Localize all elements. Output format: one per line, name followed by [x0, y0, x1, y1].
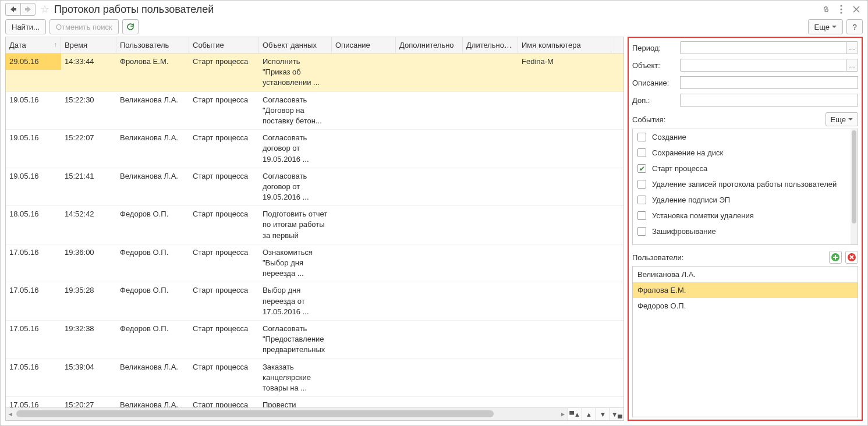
close-icon[interactable]: [850, 3, 863, 16]
event-checkbox-row[interactable]: Сохранение на диск: [633, 145, 858, 161]
grid-body[interactable]: 29.05.1614:33:44Фролова Е.М.Старт процес…: [6, 54, 623, 407]
table-row[interactable]: 18.05.1614:52:42Федоров О.П.Старт процес…: [6, 206, 623, 244]
event-checkbox-row[interactable]: Удаление подписи ЭП: [633, 192, 858, 208]
nav-back-button[interactable]: [5, 3, 20, 16]
favorite-star-icon[interactable]: ☆: [38, 3, 52, 16]
col-host[interactable]: Имя компьютера: [518, 37, 611, 53]
user-list-item[interactable]: Фролова Е.М.: [633, 282, 858, 298]
period-input[interactable]: [680, 41, 846, 54]
grid-last-button[interactable]: ▼▄: [610, 408, 623, 420]
cell: [518, 359, 611, 365]
cell: [463, 282, 518, 288]
refresh-button[interactable]: [122, 19, 139, 34]
grid-first-button[interactable]: ▀▲: [568, 408, 582, 420]
user-list-item[interactable]: Великанова Л.А.: [633, 267, 858, 282]
checkbox-icon[interactable]: [637, 133, 646, 141]
period-picker-button[interactable]: …: [846, 41, 858, 54]
user-list-item[interactable]: Федоров О.П.: [633, 298, 858, 314]
extra-label: Доп.:: [632, 96, 676, 105]
event-label: Удаление подписи ЭП: [652, 196, 730, 204]
table-row[interactable]: 17.05.1615:39:04Великанова Л.А.Старт про…: [6, 359, 623, 397]
help-label: ?: [852, 23, 856, 31]
nav-forward-button[interactable]: [20, 3, 36, 16]
col-date[interactable]: Дата↑: [6, 37, 61, 53]
kebab-menu-icon[interactable]: [835, 3, 848, 16]
grid-header: Дата↑ Время Пользователь Событие Объект …: [6, 37, 623, 54]
find-button[interactable]: Найти...: [5, 19, 46, 34]
cell: [332, 130, 396, 136]
event-checkbox-row[interactable]: Зашифровывание: [633, 223, 858, 239]
events-more-button[interactable]: Еще: [826, 112, 858, 126]
checkbox-icon[interactable]: ✔: [637, 164, 646, 173]
refresh-icon: [126, 23, 134, 31]
cancel-search-button[interactable]: Отменить поиск: [49, 19, 119, 34]
event-checkbox-row[interactable]: Создание: [633, 129, 858, 145]
cell: 19.05.16: [6, 92, 61, 108]
cell: [396, 282, 463, 288]
col-time[interactable]: Время: [61, 37, 116, 53]
checkbox-icon[interactable]: [637, 180, 646, 189]
cell: [396, 130, 463, 136]
cell: [518, 130, 611, 136]
event-checkbox-row[interactable]: Удаление записей протокола работы пользо…: [633, 176, 858, 192]
event-checkbox-row[interactable]: Установка пометки удаления: [633, 208, 858, 223]
col-duration[interactable]: Длительность: [463, 37, 518, 53]
period-label: Период:: [632, 44, 676, 52]
more-button[interactable]: Еще: [808, 19, 843, 34]
table-row[interactable]: 19.05.1615:22:07Великанова Л.А.Старт про…: [6, 130, 623, 168]
cell: Великанова Л.А.: [116, 359, 189, 375]
grid-down-button[interactable]: ▼: [596, 408, 610, 420]
toolbar: Найти... Отменить поиск Еще ?: [1, 17, 867, 37]
table-row[interactable]: 17.05.1615:20:27Великанова Л.А.Старт про…: [6, 397, 623, 407]
table-row[interactable]: 29.05.1614:33:44Фролова Е.М.Старт процес…: [6, 54, 623, 92]
cell: Согласовать "Предоставление предваритель…: [259, 321, 332, 358]
object-picker-button[interactable]: …: [846, 59, 858, 72]
cell: [396, 359, 463, 365]
checkbox-icon[interactable]: [637, 148, 646, 157]
find-button-label: Найти...: [12, 23, 40, 31]
x-circle-icon: [847, 253, 856, 262]
cell: 19:35:28: [61, 282, 116, 299]
cell: [463, 397, 518, 403]
cell: Выбор дня переезда от 17.05.2016 ...: [259, 282, 332, 320]
col-object[interactable]: Объект данных: [259, 37, 332, 53]
cell: 18.05.16: [6, 206, 61, 222]
cell: Старт процесса: [189, 397, 259, 407]
cell: Старт процесса: [189, 92, 259, 108]
scroll-left-icon[interactable]: ◄: [6, 408, 15, 420]
event-checkbox-row[interactable]: ✔Старт процесса: [633, 161, 858, 176]
table-row[interactable]: 17.05.1619:36:00Федоров О.П.Старт процес…: [6, 244, 623, 283]
users-list[interactable]: Великанова Л.А.Фролова Е.М.Федоров О.П.: [632, 266, 858, 417]
events-list[interactable]: СозданиеСохранение на диск✔Старт процесс…: [632, 129, 858, 245]
cell: [518, 244, 611, 250]
link-icon[interactable]: [820, 3, 832, 16]
cell: [518, 282, 611, 288]
col-user[interactable]: Пользователь: [116, 37, 189, 53]
scroll-right-icon[interactable]: ►: [558, 408, 568, 420]
checkbox-icon[interactable]: [637, 211, 646, 220]
col-event[interactable]: Событие: [189, 37, 259, 53]
cell: Великанова Л.А.: [116, 168, 189, 184]
cell: [332, 206, 396, 212]
col-extra[interactable]: Дополнительно: [396, 37, 463, 53]
cell: Исполнить "Приказ об установлении ...: [259, 54, 332, 91]
cell: 14:52:42: [61, 206, 116, 222]
table-row[interactable]: 19.05.1615:22:30Великанова Л.А.Старт про…: [6, 92, 623, 130]
cell: Заказать канцелярские товары на ...: [259, 359, 332, 397]
extra-input[interactable]: [680, 94, 858, 106]
remove-user-button[interactable]: [845, 251, 858, 264]
help-button[interactable]: ?: [846, 19, 863, 34]
checkbox-icon[interactable]: [637, 227, 646, 236]
events-scrollbar[interactable]: [851, 129, 858, 244]
desc-input[interactable]: [680, 76, 858, 89]
table-row[interactable]: 17.05.1619:35:28Федоров О.П.Старт процес…: [6, 282, 623, 321]
table-row[interactable]: 17.05.1619:32:38Федоров О.П.Старт процес…: [6, 321, 623, 359]
checkbox-icon[interactable]: [637, 196, 646, 204]
col-desc[interactable]: Описание: [332, 37, 396, 53]
grid-up-button[interactable]: ▲: [582, 408, 596, 420]
add-user-button[interactable]: [829, 251, 842, 264]
horizontal-scrollbar[interactable]: ◄ ►: [6, 408, 568, 420]
object-input[interactable]: [680, 59, 846, 72]
cell: Старт процесса: [189, 359, 259, 375]
table-row[interactable]: 19.05.1615:21:41Великанова Л.А.Старт про…: [6, 168, 623, 207]
